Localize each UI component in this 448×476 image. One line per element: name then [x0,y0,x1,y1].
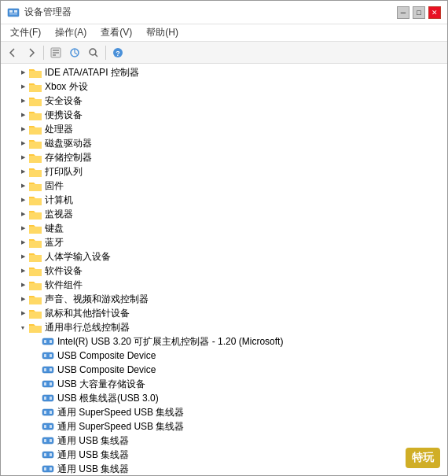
expand-arrow-mouse[interactable] [17,307,29,319]
label-printer: 打印队列 [45,165,83,179]
tree-item-usb-hub1[interactable]: 通用 USB 集线器 [1,434,447,448]
expand-arrow-security[interactable] [17,94,29,107]
expand-arrow-storage[interactable] [17,151,29,164]
svg-rect-32 [44,425,46,428]
folder-icon-software-dev [29,264,42,277]
tree-item-xbox[interactable]: Xbox 外设 [1,79,447,94]
tree-item-storage[interactable]: 存储控制器 [1,150,447,164]
tree-item-software-dev[interactable]: 软件设备 [1,264,447,278]
usb-icon-hub30 [42,392,54,404]
tree-item-sound[interactable]: 声音、视频和游戏控制器 [1,292,447,306]
tree-item-computer[interactable]: 计算机 [1,193,447,207]
tree-item-usb-comp2[interactable]: USB Composite Device [1,363,447,377]
usb-icon-comp2 [42,363,54,376]
expand-arrow-sound[interactable] [17,293,29,305]
folder-icon-security [29,94,42,107]
toolbar-help[interactable]: ? [109,44,127,61]
expand-arrow-usb-comp2 [29,363,42,376]
toolbar-forward[interactable] [23,44,40,61]
svg-rect-1 [9,10,13,13]
tree-item-mouse[interactable]: 鼠标和其他指针设备 [1,306,447,320]
app-icon [7,6,20,19]
folder-icon-hid [29,250,42,263]
expand-arrow-usb-ctrl[interactable] [17,321,29,334]
svg-rect-17 [44,354,46,357]
folder-icon-sound [29,293,42,305]
tree-item-hid[interactable]: 人体学输入设备 [1,249,447,264]
menu-view[interactable]: 查看(V) [94,24,138,41]
menu-file[interactable]: 文件(F) [4,24,47,41]
toolbar-back[interactable] [4,44,21,61]
svg-rect-26 [44,397,46,400]
tree-item-usb-ctrl[interactable]: 通用串行总线控制器 [1,320,447,334]
expand-arrow-monitor[interactable] [17,208,29,220]
expand-arrow-software-comp[interactable] [17,279,29,291]
label-usb-mass: USB 大容量存储设备 [57,378,145,391]
expand-arrow-computer[interactable] [17,194,29,206]
tree-item-superspeed1[interactable]: 通用 SuperSpeed USB 集线器 [1,405,447,419]
toolbar-scan[interactable] [85,44,102,61]
folder-icon-printer [29,165,42,178]
tree-item-ide[interactable]: IDE ATA/ATAPI 控制器 [1,65,447,79]
svg-point-9 [90,49,96,55]
expand-arrow-keyboard[interactable] [17,222,29,234]
folder-icon-software-comp [29,279,42,291]
expand-arrow-portable[interactable] [17,109,29,121]
expand-arrow-hid[interactable] [17,250,29,263]
svg-rect-3 [9,13,17,15]
folder-icon-storage [29,151,42,164]
folder-icon-keyboard [29,222,42,234]
tree-item-usb-hub30[interactable]: USB 根集线器(USB 3.0) [1,391,447,405]
tree-item-security[interactable]: 安全设备 [1,94,447,108]
expand-arrow-processor[interactable] [17,123,29,135]
label-processor: 处理器 [45,123,73,136]
tree-item-usb-hub2[interactable]: 通用 USB 集线器 [1,448,447,462]
tree-item-usb-mass[interactable]: USB 大容量存储设备 [1,377,447,391]
label-diskdrive: 磁盘驱动器 [45,137,92,150]
label-storage: 存储控制器 [45,151,92,164]
expand-arrow-bluetooth[interactable] [17,236,29,249]
tree-item-processor[interactable]: 处理器 [1,122,447,136]
expand-arrow-usb-hub2 [29,448,42,461]
folder-icon-firmware [29,179,42,192]
close-button[interactable]: ✕ [428,6,441,19]
tree-item-portable[interactable]: 便携设备 [1,108,447,122]
expand-arrow-usb-hub3 [29,463,42,475]
expand-arrow-software-dev[interactable] [17,264,29,277]
menu-action[interactable]: 操作(A) [49,24,93,41]
toolbar-sep2 [105,46,106,60]
tree-item-keyboard[interactable]: 键盘 [1,221,447,235]
menu-help[interactable]: 帮助(H) [140,24,185,41]
toolbar-properties[interactable] [47,44,64,61]
tree-item-firmware[interactable]: 固件 [1,179,447,193]
expand-arrow-ide[interactable] [17,66,29,79]
folder-icon-ide [29,66,42,79]
maximize-button[interactable]: □ [413,6,425,19]
label-usb-hub1: 通用 USB 集线器 [57,434,129,448]
label-software-dev: 软件设备 [45,264,83,278]
expand-arrow-xbox[interactable] [17,80,29,93]
svg-rect-33 [50,425,52,428]
tree-item-intel-usb[interactable]: Intel(R) USB 3.20 可扩展主机控制器 - 1.20 (Micro… [1,334,447,349]
toolbar-sep1 [43,46,44,60]
tree-item-diskdrive[interactable]: 磁盘驱动器 [1,136,447,150]
tree-view[interactable]: IDE ATA/ATAPI 控制器 Xbox 外设 安全设备 便携设备 [1,64,447,475]
toolbar-update[interactable] [66,44,83,61]
label-security: 安全设备 [45,94,83,108]
tree-item-monitor[interactable]: 监视器 [1,207,447,221]
expand-arrow-diskdrive[interactable] [17,137,29,149]
tree-item-usb-comp1[interactable]: USB Composite Device [1,349,447,363]
tree-item-software-comp[interactable]: 软件组件 [1,278,447,292]
tree-item-usb-hub3[interactable]: 通用 USB 集线器 [1,462,447,475]
minimize-button[interactable]: ─ [397,6,409,19]
tree-item-superspeed2[interactable]: 通用 SuperSpeed USB 集线器 [1,419,447,434]
label-usb-comp1: USB Composite Device [57,350,156,361]
svg-rect-21 [50,368,52,371]
folder-icon-bluetooth [29,236,42,249]
tree-item-printer[interactable]: 打印队列 [1,164,447,179]
label-superspeed2: 通用 SuperSpeed USB 集线器 [57,420,184,434]
expand-arrow-intel-usb [29,335,42,348]
expand-arrow-firmware[interactable] [17,179,29,192]
expand-arrow-printer[interactable] [17,165,29,178]
tree-item-bluetooth[interactable]: 蓝牙 [1,235,447,249]
